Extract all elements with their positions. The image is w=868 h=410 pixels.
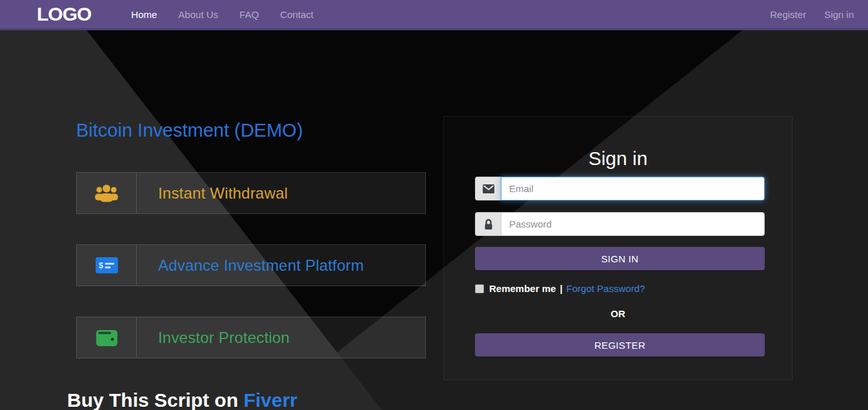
feature-label: Advance Investment Platform bbox=[137, 245, 364, 286]
fiverr-link[interactable]: Fiverr bbox=[243, 389, 297, 410]
password-field[interactable] bbox=[501, 212, 765, 236]
users-icon bbox=[77, 173, 137, 213]
separator: | bbox=[560, 283, 562, 294]
nav-links: Home About Us FAQ Contact bbox=[131, 9, 313, 20]
nav-item-about-us[interactable]: About Us bbox=[178, 9, 218, 20]
email-field[interactable] bbox=[501, 177, 765, 200]
nav-item-contact[interactable]: Contact bbox=[280, 9, 314, 20]
envelope-icon bbox=[475, 177, 501, 200]
footer-promo-text: Buy This Script on bbox=[67, 389, 238, 410]
svg-text:$: $ bbox=[99, 261, 103, 270]
wallet-icon bbox=[77, 317, 137, 358]
password-input-group bbox=[475, 212, 765, 236]
footer-promo: Buy This Script on Fiverr bbox=[67, 389, 298, 410]
feature-card-instant-withdrawal: Instant Withdrawal bbox=[76, 172, 426, 214]
money-check-icon: $ bbox=[77, 245, 137, 286]
nav-item-faq[interactable]: FAQ bbox=[239, 9, 259, 20]
top-navbar: LOGO Home About Us FAQ Contact Register … bbox=[0, 0, 868, 30]
remember-me-label: Remember me bbox=[489, 283, 556, 294]
or-divider-label: OR bbox=[444, 308, 792, 319]
feature-label: Instant Withdrawal bbox=[137, 173, 288, 213]
brand-logo[interactable]: LOGO bbox=[37, 5, 91, 24]
feature-card-advance-investment: $ Advance Investment Platform bbox=[76, 244, 426, 286]
nav-item-sign-in[interactable]: Sign in bbox=[824, 9, 854, 20]
register-button[interactable]: REGISTER bbox=[475, 333, 765, 356]
nav-item-register[interactable]: Register bbox=[770, 9, 806, 20]
remember-me-checkbox[interactable] bbox=[475, 284, 484, 293]
nav-auth-links: Register Sign in bbox=[770, 9, 854, 20]
signin-title: Sign in bbox=[444, 148, 792, 170]
forgot-password-link[interactable]: Forgot Password? bbox=[567, 283, 645, 294]
email-input-group bbox=[475, 177, 765, 200]
feature-card-investor-protection: Investor Protection bbox=[76, 317, 426, 358]
nav-item-home[interactable]: Home bbox=[131, 9, 157, 20]
lock-icon bbox=[475, 212, 501, 236]
feature-label: Investor Protection bbox=[137, 317, 290, 358]
page: LOGO Home About Us FAQ Contact Register … bbox=[0, 0, 868, 410]
sign-in-button[interactable]: SIGN IN bbox=[475, 247, 765, 270]
page-title: Bitcoin Investment (DEMO) bbox=[76, 120, 303, 141]
remember-row: Remember me | Forgot Password? bbox=[475, 283, 645, 294]
signin-panel: Sign in SIGN IN Remember me bbox=[443, 116, 792, 380]
